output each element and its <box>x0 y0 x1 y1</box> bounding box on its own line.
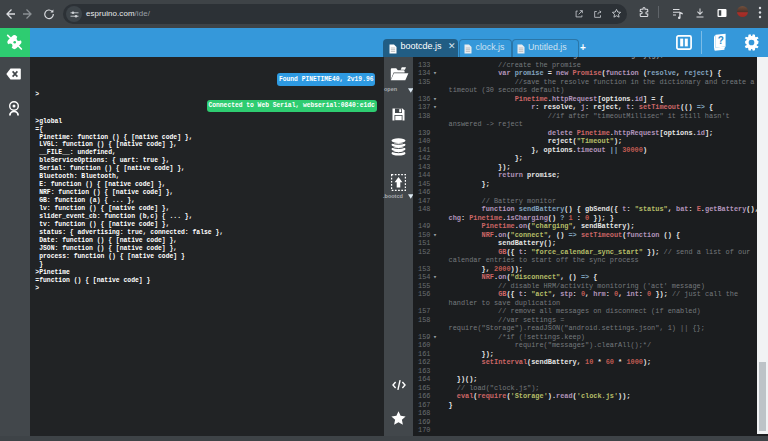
svg-text:?: ? <box>718 35 724 46</box>
